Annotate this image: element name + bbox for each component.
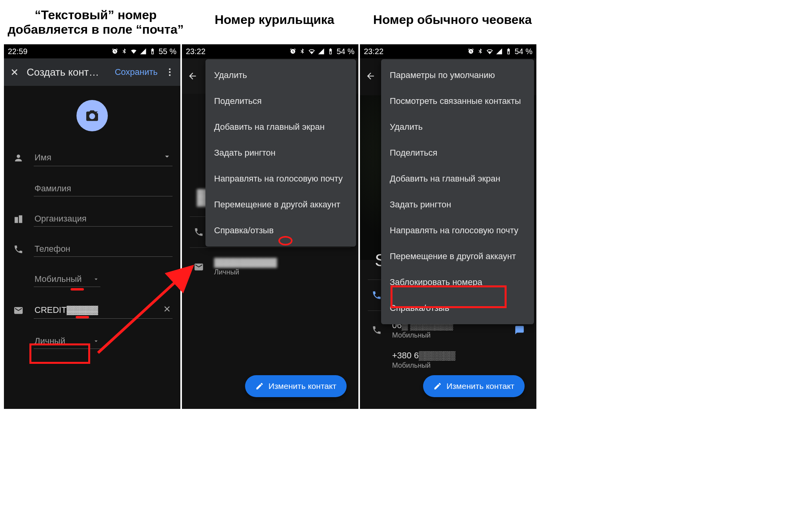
phone-icon [12,244,25,254]
signal-icon [140,48,147,55]
menu-item[interactable]: Поделиться [205,88,356,114]
battery-icon [149,48,156,55]
alarm-icon [467,48,474,55]
wifi-icon [130,48,137,55]
dropdown-icon [93,276,100,283]
menu-item[interactable]: Посмотреть связанные контакты [381,88,534,114]
dropdown-icon [93,338,100,345]
phone-icon [194,227,204,237]
menu-item[interactable]: Справка/отзыв [381,295,534,321]
menu-item[interactable]: Параметры по умолчанию [381,62,534,88]
menu-item[interactable]: Поделиться [381,140,534,166]
pencil-icon [433,382,442,390]
wifi-icon [486,48,493,55]
email-type: Личный [214,268,277,276]
status-time: 23:22 [186,47,205,56]
bluetooth-icon [299,48,306,55]
surname-field[interactable]: Фамилия [34,181,173,196]
svg-point-0 [169,68,171,70]
signal-icon [318,48,325,55]
email-field[interactable] [34,302,173,319]
menu-item[interactable]: Задать рингтон [381,192,534,218]
battery-icon [327,48,334,55]
battery-percent: 54 % [336,47,354,56]
svg-point-1 [169,71,171,73]
org-icon [12,214,25,224]
name-field[interactable]: Имя [34,149,173,166]
chevron-down-icon[interactable] [162,152,172,163]
back-icon[interactable] [365,71,376,81]
person-icon [12,153,25,163]
menu-item[interactable]: Добавить на главный экран [205,114,356,140]
alarm-icon [111,48,118,55]
screenshot-contact-menu-full: 23:22 54 % S▓▓▓▓ Вызов [360,44,536,409]
caption-1: “Текстовый” номер добавляется в поле “по… [5,8,186,37]
phone-field[interactable]: Телефон [34,241,173,257]
menu-item[interactable]: Удалить [381,114,534,140]
signal-icon [496,48,503,55]
close-icon[interactable] [9,67,20,77]
wifi-icon [308,48,315,55]
menu-item[interactable]: Направлять на голосовую почту [381,218,534,243]
status-bar: 23:22 54 % [182,44,358,58]
caption-2: Номер курильщика [184,13,365,27]
overflow-icon[interactable] [165,67,175,77]
email-type-select[interactable]: Личный [34,334,100,349]
email-row[interactable]: ▓▓▓▓▓▓▓▓▓▓ Личный [190,252,351,282]
org-field[interactable]: Организация [34,211,173,227]
menu-item[interactable]: Добавить на главный экран [381,166,534,192]
alarm-icon [289,48,296,55]
menu-item-block-numbers[interactable]: Заблокировать номера [381,269,534,295]
bluetooth-icon [477,48,484,55]
back-icon[interactable] [187,71,198,81]
mail-icon [12,305,25,316]
status-time: 23:22 [364,47,383,56]
phone-type-select[interactable]: Мобильный [34,272,100,287]
app-bar: Создать конт… Сохранить [4,58,180,86]
email-value: ▓▓▓▓▓▓▓▓▓▓ [214,257,277,267]
screenshot-create-contact: 22:59 55 % Создать конт… Сохранить [4,44,180,409]
menu-item[interactable]: Задать рингтон [205,140,356,166]
edit-contact-fab[interactable]: Изменить контакт [245,375,347,397]
status-bar: 23:22 54 % [360,44,536,58]
menu-item[interactable]: Перемещение в другой аккаунт [205,192,356,218]
bluetooth-icon [121,48,128,55]
clear-icon[interactable] [162,304,172,316]
overflow-menu: Удалить Поделиться Добавить на главный э… [205,59,356,247]
phone-row-2[interactable]: +380 6▒▒▒▒▒▒ Мобильный [368,345,529,375]
status-time: 22:59 [8,47,27,56]
menu-item[interactable]: Справка/отзыв [205,218,356,243]
edit-contact-fab[interactable]: Изменить контакт [423,375,525,397]
add-photo-button[interactable] [76,100,108,131]
svg-point-2 [169,74,171,76]
screen-title: Создать конт… [27,66,108,78]
menu-item[interactable]: Удалить [205,62,356,88]
menu-item[interactable]: Перемещение в другой аккаунт [381,243,534,269]
battery-icon [505,48,512,55]
battery-percent: 54 % [514,47,532,56]
status-bar: 22:59 55 % [4,44,180,58]
battery-percent: 55 % [158,47,176,56]
mail-icon [194,262,204,272]
phone-icon [372,325,382,335]
caption-3: Номер обычного чеовека [362,13,543,27]
save-button[interactable]: Сохранить [115,67,158,77]
screenshot-contact-menu-short: 23:22 54 % ▓▓▓▓▓ Вызов [182,44,358,409]
phone-number: +380 6▒▒▒▒▒▒ [392,350,525,361]
menu-item[interactable]: Направлять на голосовую почту [205,166,356,192]
overflow-menu: Параметры по умолчанию Посмотреть связан… [381,59,534,324]
phone-icon [372,290,382,300]
pencil-icon [255,382,264,390]
message-icon[interactable] [514,325,525,335]
